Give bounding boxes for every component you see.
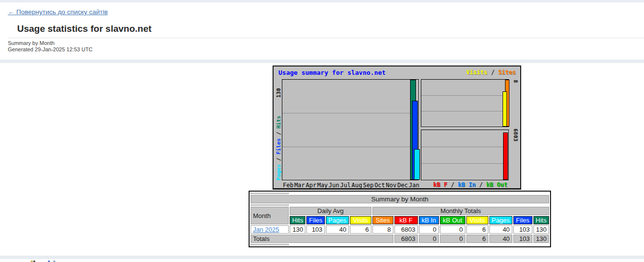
gridline <box>282 147 418 147</box>
chart-title: Usage summary for slavno.net <box>278 69 386 76</box>
month-tick: May <box>317 182 328 189</box>
total-pages: 40 <box>489 235 512 243</box>
month-tick: Apr <box>306 182 317 189</box>
x-axis-months: FebMarAprMayJunJulAugSepOctNovDecJan <box>283 182 419 189</box>
total-visits: 6 <box>466 235 488 243</box>
legend-kbin-label: kB In <box>458 181 476 188</box>
cell-visits-avg: 6 <box>350 225 371 234</box>
totals-label: Totals <box>251 235 393 243</box>
column-header-row: Hits Files Pages Visits Sites kB F kB In… <box>251 216 549 224</box>
total-hits: 130 <box>533 235 549 243</box>
bar-kb-f <box>503 132 508 180</box>
table-row: Jan 2025 130 103 40 6 8 6803 0 0 6 40 10… <box>251 225 549 234</box>
chart-panel-sites-visits <box>421 79 509 127</box>
header-divider <box>8 38 644 38</box>
legend-sites-label: Sites <box>498 69 516 76</box>
gridline <box>421 95 508 96</box>
total-files: 103 <box>513 235 532 243</box>
month-tick: Aug <box>351 182 362 189</box>
y-axis-max-hits: 130 <box>276 88 282 98</box>
cell-kbin: 0 <box>419 225 439 234</box>
gridline <box>421 111 508 111</box>
y-axis-max-sites: 8 <box>512 80 519 83</box>
month-tick: Jul <box>340 182 351 189</box>
month-tick: Oct <box>374 182 385 189</box>
legend-kbytes: kB F / kB In / kB Out <box>433 181 507 188</box>
col-header-hits: Hits <box>290 216 305 224</box>
cell-sites: 8 <box>372 225 393 234</box>
generated-timestamp: Generated 29-Jan-2025 12:53 UTC <box>8 46 92 52</box>
bar-visits <box>503 91 507 127</box>
cell-files-avg: 103 <box>306 225 324 234</box>
back-to-site-list-link[interactable]: ← Повернутись до списку сайтів <box>8 8 108 16</box>
month-tick: Jan <box>409 182 419 189</box>
legend-kbout-label: kB Out <box>486 181 507 188</box>
month-tick: Feb <box>283 182 294 189</box>
y-axis-label-pages-files-hits: Pages / Files / Hits <box>276 116 282 181</box>
chart-panel-hits-files-pages <box>282 79 419 180</box>
col-header-visits: Visits <box>350 216 371 224</box>
col-header-kbf: kB F <box>394 216 418 224</box>
bar-pages <box>414 149 420 180</box>
top-divider-band <box>0 0 644 2</box>
gridline <box>421 163 508 164</box>
section-divider-band <box>0 60 644 63</box>
summary-by-month-table: Summary by Month Month Daily Avg Monthly… <box>249 191 551 247</box>
spacer-row <box>251 244 549 245</box>
total-kbin: 0 <box>419 235 439 243</box>
month-tick: Sep <box>363 182 374 189</box>
cell-visits-total: 6 <box>466 225 488 234</box>
col-header-hits-total: Hits <box>533 216 549 224</box>
col-header-files: Files <box>306 216 324 224</box>
table-title: Summary by Month <box>251 195 549 203</box>
cell-hits-total: 130 <box>533 225 549 234</box>
spacer-row <box>251 193 549 194</box>
legend-visits-label: Visits <box>466 69 487 76</box>
month-tick: Nov <box>386 182 397 189</box>
month-detail-link[interactable]: Jan 2025 <box>253 226 279 233</box>
col-header-sites: Sites <box>372 216 393 224</box>
gridline <box>421 147 508 147</box>
col-header-files-total: Files <box>513 216 532 224</box>
total-kbf: 6803 <box>394 235 418 243</box>
spacer-row <box>251 204 549 206</box>
cell-kbout: 0 <box>440 225 465 234</box>
month-tick: Mar <box>294 182 305 189</box>
col-header-kbin: kB In <box>419 216 439 224</box>
bottom-divider-band <box>0 256 644 259</box>
cell-kbf: 6803 <box>394 225 418 234</box>
cell-files-total: 103 <box>513 225 532 234</box>
monthly-totals-group-header: Monthly Totals <box>372 207 549 215</box>
legend-kbf-label: kB F <box>433 181 447 188</box>
month-tick: Dec <box>397 182 408 189</box>
col-header-visits-total: Visits <box>466 216 488 224</box>
daily-avg-group-header: Daily Avg <box>290 207 371 215</box>
month-tick: Jun <box>329 182 340 189</box>
totals-row: Totals 6803 0 0 6 40 103 130 <box>251 235 549 243</box>
cell-pages-total: 40 <box>489 225 512 234</box>
page-title: Usage statistics for slavno.net <box>17 23 152 34</box>
webalizer-stats-page: { "page": { "back_link_label": "← Поверн… <box>0 0 644 262</box>
y-axis-max-kbytes: 6803 <box>512 129 519 142</box>
legend-visits-sites: Visits / Sites <box>466 69 516 76</box>
subtitle-summary-by-month: Summary by Month <box>8 40 54 46</box>
month-column-header: Month <box>251 207 289 224</box>
cell-pages-avg: 40 <box>326 225 349 234</box>
col-header-kbout: kB Out <box>440 216 465 224</box>
col-header-pages-total: Pages <box>489 216 512 224</box>
total-kbout: 0 <box>440 235 465 243</box>
gridline <box>282 113 418 113</box>
usage-summary-chart: Usage summary for slavno.net Visits / Si… <box>273 66 521 190</box>
cell-hits-avg: 130 <box>290 225 305 234</box>
col-header-pages: Pages <box>326 216 349 224</box>
chart-panel-kbytes <box>421 130 509 180</box>
